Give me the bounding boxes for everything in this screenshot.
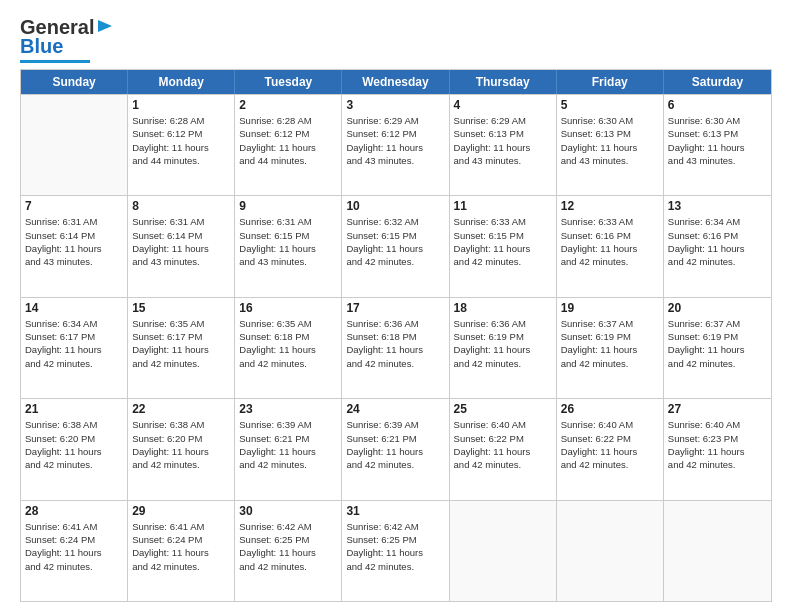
weekday-header-wednesday: Wednesday bbox=[342, 70, 449, 94]
calendar-cell-23: 23Sunrise: 6:39 AMSunset: 6:21 PMDayligh… bbox=[235, 399, 342, 499]
cell-info-line: Daylight: 11 hours bbox=[561, 445, 659, 458]
cell-info-line: Daylight: 11 hours bbox=[132, 445, 230, 458]
cell-info-line: Daylight: 11 hours bbox=[668, 445, 767, 458]
cell-info-line: and 43 minutes. bbox=[454, 154, 552, 167]
cell-info-line: Sunrise: 6:37 AM bbox=[561, 317, 659, 330]
day-number: 1 bbox=[132, 98, 230, 112]
day-number: 23 bbox=[239, 402, 337, 416]
cell-info-line: Daylight: 11 hours bbox=[25, 242, 123, 255]
day-number: 15 bbox=[132, 301, 230, 315]
cell-info-line: Daylight: 11 hours bbox=[346, 343, 444, 356]
cell-info-line: and 42 minutes. bbox=[25, 357, 123, 370]
cell-info-line: Sunset: 6:12 PM bbox=[132, 127, 230, 140]
calendar-cell-14: 14Sunrise: 6:34 AMSunset: 6:17 PMDayligh… bbox=[21, 298, 128, 398]
cell-info-line: Daylight: 11 hours bbox=[454, 343, 552, 356]
cell-info-line: Sunrise: 6:38 AM bbox=[132, 418, 230, 431]
cell-info-line: Sunset: 6:13 PM bbox=[668, 127, 767, 140]
calendar-row-5: 28Sunrise: 6:41 AMSunset: 6:24 PMDayligh… bbox=[21, 500, 771, 601]
day-number: 12 bbox=[561, 199, 659, 213]
weekday-header-saturday: Saturday bbox=[664, 70, 771, 94]
cell-info-line: Sunrise: 6:33 AM bbox=[454, 215, 552, 228]
cell-info-line: Sunrise: 6:29 AM bbox=[346, 114, 444, 127]
calendar-cell-27: 27Sunrise: 6:40 AMSunset: 6:23 PMDayligh… bbox=[664, 399, 771, 499]
cell-info-line: and 42 minutes. bbox=[239, 357, 337, 370]
cell-info-line: Daylight: 11 hours bbox=[239, 242, 337, 255]
calendar-cell-24: 24Sunrise: 6:39 AMSunset: 6:21 PMDayligh… bbox=[342, 399, 449, 499]
calendar-cell-11: 11Sunrise: 6:33 AMSunset: 6:15 PMDayligh… bbox=[450, 196, 557, 296]
calendar-body: 1Sunrise: 6:28 AMSunset: 6:12 PMDaylight… bbox=[21, 94, 771, 601]
cell-info-line: and 43 minutes. bbox=[132, 255, 230, 268]
calendar-cell-29: 29Sunrise: 6:41 AMSunset: 6:24 PMDayligh… bbox=[128, 501, 235, 601]
calendar-cell-16: 16Sunrise: 6:35 AMSunset: 6:18 PMDayligh… bbox=[235, 298, 342, 398]
cell-info-line: Sunrise: 6:33 AM bbox=[561, 215, 659, 228]
cell-info-line: Daylight: 11 hours bbox=[561, 242, 659, 255]
cell-info-line: and 42 minutes. bbox=[25, 458, 123, 471]
cell-info-line: Sunset: 6:12 PM bbox=[239, 127, 337, 140]
cell-info-line: Daylight: 11 hours bbox=[346, 546, 444, 559]
day-number: 24 bbox=[346, 402, 444, 416]
cell-info-line: Sunrise: 6:29 AM bbox=[454, 114, 552, 127]
calendar-cell-5: 5Sunrise: 6:30 AMSunset: 6:13 PMDaylight… bbox=[557, 95, 664, 195]
cell-info-line: and 43 minutes. bbox=[561, 154, 659, 167]
cell-info-line: Sunset: 6:17 PM bbox=[132, 330, 230, 343]
cell-info-line: Sunset: 6:20 PM bbox=[25, 432, 123, 445]
cell-info-line: Sunset: 6:15 PM bbox=[239, 229, 337, 242]
cell-info-line: and 42 minutes. bbox=[346, 357, 444, 370]
cell-info-line: Sunrise: 6:36 AM bbox=[454, 317, 552, 330]
day-number: 30 bbox=[239, 504, 337, 518]
cell-info-line: Daylight: 11 hours bbox=[346, 141, 444, 154]
calendar-cell-19: 19Sunrise: 6:37 AMSunset: 6:19 PMDayligh… bbox=[557, 298, 664, 398]
cell-info-line: Daylight: 11 hours bbox=[668, 242, 767, 255]
cell-info-line: Sunset: 6:14 PM bbox=[25, 229, 123, 242]
cell-info-line: Sunset: 6:19 PM bbox=[454, 330, 552, 343]
day-number: 6 bbox=[668, 98, 767, 112]
cell-info-line: Daylight: 11 hours bbox=[346, 445, 444, 458]
cell-info-line: and 42 minutes. bbox=[25, 560, 123, 573]
calendar-cell-21: 21Sunrise: 6:38 AMSunset: 6:20 PMDayligh… bbox=[21, 399, 128, 499]
day-number: 8 bbox=[132, 199, 230, 213]
calendar-cell-6: 6Sunrise: 6:30 AMSunset: 6:13 PMDaylight… bbox=[664, 95, 771, 195]
cell-info-line: Daylight: 11 hours bbox=[239, 546, 337, 559]
calendar-cell-25: 25Sunrise: 6:40 AMSunset: 6:22 PMDayligh… bbox=[450, 399, 557, 499]
cell-info-line: Daylight: 11 hours bbox=[454, 141, 552, 154]
calendar-cell-20: 20Sunrise: 6:37 AMSunset: 6:19 PMDayligh… bbox=[664, 298, 771, 398]
cell-info-line: Sunrise: 6:38 AM bbox=[25, 418, 123, 431]
day-number: 22 bbox=[132, 402, 230, 416]
cell-info-line: Sunset: 6:18 PM bbox=[239, 330, 337, 343]
cell-info-line: Sunrise: 6:32 AM bbox=[346, 215, 444, 228]
cell-info-line: Sunrise: 6:40 AM bbox=[668, 418, 767, 431]
weekday-header-monday: Monday bbox=[128, 70, 235, 94]
calendar-row-4: 21Sunrise: 6:38 AMSunset: 6:20 PMDayligh… bbox=[21, 398, 771, 499]
cell-info-line: Sunrise: 6:36 AM bbox=[346, 317, 444, 330]
cell-info-line: Sunrise: 6:31 AM bbox=[25, 215, 123, 228]
calendar-cell-empty-0-0 bbox=[21, 95, 128, 195]
day-number: 26 bbox=[561, 402, 659, 416]
cell-info-line: Sunset: 6:22 PM bbox=[561, 432, 659, 445]
calendar-cell-empty-4-5 bbox=[557, 501, 664, 601]
day-number: 3 bbox=[346, 98, 444, 112]
cell-info-line: Daylight: 11 hours bbox=[132, 546, 230, 559]
cell-info-line: Sunrise: 6:42 AM bbox=[346, 520, 444, 533]
cell-info-line: and 42 minutes. bbox=[454, 255, 552, 268]
cell-info-line: Sunrise: 6:35 AM bbox=[132, 317, 230, 330]
cell-info-line: Sunset: 6:15 PM bbox=[346, 229, 444, 242]
cell-info-line: Sunset: 6:20 PM bbox=[132, 432, 230, 445]
day-number: 21 bbox=[25, 402, 123, 416]
cell-info-line: Sunrise: 6:42 AM bbox=[239, 520, 337, 533]
cell-info-line: Daylight: 11 hours bbox=[346, 242, 444, 255]
cell-info-line: Sunset: 6:24 PM bbox=[25, 533, 123, 546]
day-number: 18 bbox=[454, 301, 552, 315]
cell-info-line: Sunset: 6:21 PM bbox=[346, 432, 444, 445]
cell-info-line: Sunset: 6:12 PM bbox=[346, 127, 444, 140]
cell-info-line: Sunrise: 6:30 AM bbox=[561, 114, 659, 127]
cell-info-line: Daylight: 11 hours bbox=[454, 445, 552, 458]
cell-info-line: and 42 minutes. bbox=[132, 458, 230, 471]
day-number: 11 bbox=[454, 199, 552, 213]
calendar-cell-9: 9Sunrise: 6:31 AMSunset: 6:15 PMDaylight… bbox=[235, 196, 342, 296]
calendar: SundayMondayTuesdayWednesdayThursdayFrid… bbox=[20, 69, 772, 602]
cell-info-line: Sunrise: 6:40 AM bbox=[561, 418, 659, 431]
cell-info-line: Daylight: 11 hours bbox=[132, 141, 230, 154]
calendar-cell-1: 1Sunrise: 6:28 AMSunset: 6:12 PMDaylight… bbox=[128, 95, 235, 195]
cell-info-line: Sunset: 6:17 PM bbox=[25, 330, 123, 343]
cell-info-line: and 43 minutes. bbox=[668, 154, 767, 167]
